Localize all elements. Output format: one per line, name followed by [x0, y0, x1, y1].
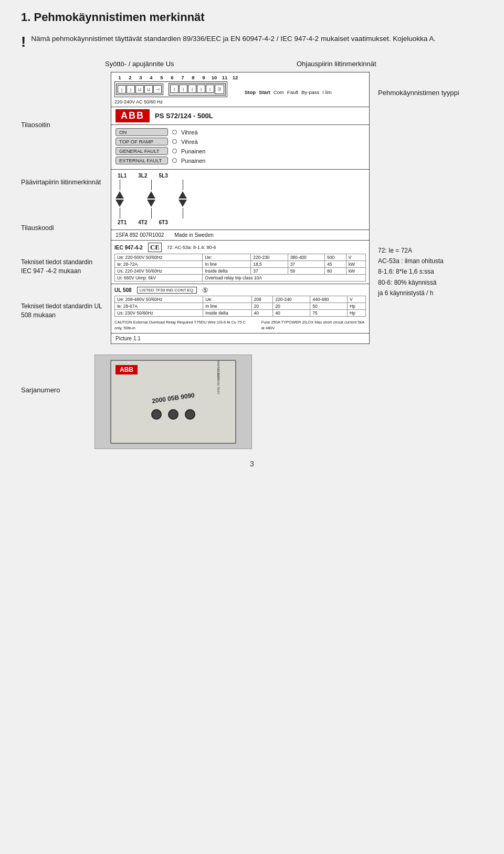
sarjanumero-label: Sarjanumero: [21, 355, 84, 394]
term-num-12: 12: [230, 75, 240, 80]
terminal-3: ⊔: [135, 85, 144, 93]
ul-table: Ue: 208-480V 50/60Hz Ue: 208 220-240 440…: [114, 296, 366, 317]
terminal-4: ⊔: [144, 85, 153, 93]
iec-row-4: Ui: 660V Uimp: 6kV Overload relay trip c…: [115, 275, 366, 282]
tilauskoodi-value: 1SFA 892 007R1002: [116, 232, 164, 238]
gf-color: Punainen: [181, 148, 206, 154]
fault-label: Fault: [287, 89, 298, 95]
paavirtapiirin-label: Päävirtapiirin liitinmerkinnät: [21, 178, 102, 188]
term-num-7: 7: [177, 75, 188, 80]
ul-rating: LISTED 7F39 IND.CONT.EQ.: [137, 287, 197, 294]
iec-table: Ue: 220-500V 50/60Hz Ue: 220-230 380-400…: [114, 254, 366, 282]
tilauskoodi-label: Tilauskoodi: [21, 223, 102, 233]
tilauskoodi-row: 1SFA 892 007R1002 Made in Sweden: [111, 230, 369, 241]
tech-note-label: 72: Ie = 72A AC-53a : ilman ohitusta 8-1…: [378, 245, 483, 299]
ul-symbol: ⑤: [202, 286, 208, 294]
warning-box: ! Nämä pehmokäynnistimet täyttävät stand…: [21, 34, 483, 49]
status-on-row: ON Vihreä: [116, 128, 206, 136]
term-num-3: 3: [135, 75, 146, 80]
abb-header-row: ABB PS S72/124 - 500L: [111, 107, 369, 125]
tor-button: TOP OF RAMP: [116, 138, 168, 145]
iec-row-2: Ie: 28-72A In line 18,5 37 45 kW: [115, 261, 366, 268]
warning-text: Nämä pehmokäynnistimet täyttävät standar…: [31, 34, 436, 44]
left-labels-column: Tilaosoitin Päävirtapiirin liitinmerkinn…: [21, 72, 102, 319]
ef-indicator: [172, 158, 177, 163]
term-num-10: 10: [209, 75, 219, 80]
terminal-row: 1 2 3 4 5 6 7 8 9 10 11 12: [111, 72, 369, 107]
iec-row-3: Us: 220-240V 50/60Hz Inside delta 37 59 …: [115, 268, 366, 275]
gf-indicator: [172, 149, 177, 153]
power-nums-bottom: 2T14T26T3: [116, 220, 168, 225]
start-label: Start: [259, 89, 270, 95]
terminal-8: |: [179, 85, 187, 93]
phase-2-symbol: [147, 180, 155, 218]
knob-3: [185, 409, 195, 420]
tor-indicator: [172, 139, 177, 144]
ce-mark: CE: [148, 243, 162, 252]
picture-label: Picture 1.1: [111, 334, 369, 343]
iec-row-1: Ue: 220-500V 50/60Hz Ue: 220-230 380-400…: [115, 254, 366, 261]
ul-data-section: UL 508 LISTED 7F39 IND.CONT.EQ. ⑤ Ue: 20…: [111, 284, 369, 334]
made-in: Made in Sweden: [174, 232, 214, 238]
term-num-8: 8: [188, 75, 198, 80]
status-gf-row: GENERAL FAULT Punainen: [116, 147, 206, 155]
iec-standard: IEC 947-4-2: [114, 245, 143, 251]
tekniset1-label: Tekniset tiedot standardin IEC 947 -4-2 …: [21, 258, 102, 276]
side-label-2: FUNCTION TEST: [217, 369, 220, 394]
power-symbols: [116, 180, 187, 218]
terminal-7: |: [170, 85, 178, 93]
bypass-label: By-pass: [301, 89, 319, 95]
on-button: ON: [116, 128, 168, 136]
device-photo: ABB 2000 05B 9090 INSPECTION FUNCTION TE…: [94, 355, 252, 449]
ilim-label: I lim: [322, 89, 331, 95]
term-num-11: 11: [219, 75, 230, 80]
main-diagram: 1 2 3 4 5 6 7 8 9 10 11 12: [111, 72, 370, 344]
phase-3-symbol: [178, 180, 187, 218]
page-number: 3: [21, 460, 483, 468]
stop-label: Stop: [245, 89, 256, 95]
fuse-text: Fuse 250A TYPOWER ZILOX Max short circui…: [261, 320, 366, 331]
caution-text: CAUTION External Overload Relay Required…: [114, 320, 251, 331]
com-label: Com: [274, 89, 284, 95]
ul-standard: UL 508: [114, 287, 132, 293]
model-text: PS S72/124 - 500L: [155, 112, 213, 120]
voltage-label: 220-240V AC 50/60 Hz: [114, 99, 163, 105]
terminal-11: |: [206, 85, 214, 93]
device-abb-label: ABB: [116, 365, 138, 374]
ohjaus-label: Ohjauspiirin liitinmerkinnät: [297, 60, 376, 68]
tor-color: Vihreä: [181, 139, 198, 145]
phase-1-symbol: [116, 180, 124, 218]
status-tor-row: TOP OF RAMP Vihreä: [116, 138, 206, 145]
terminal-2: |: [127, 85, 135, 93]
abb-logo: ABB: [116, 109, 150, 122]
tekniset2-label: Tekniset tiedot standardin UL 508 mukaan: [21, 302, 102, 320]
terminal-10: |: [197, 85, 205, 93]
ef-color: Punainen: [181, 158, 206, 164]
ul-row-2: Ie: 28-67A In line 20 20 50 Hp: [115, 303, 366, 310]
gf-button: GENERAL FAULT: [116, 147, 168, 155]
on-indicator: [172, 130, 177, 134]
terminal-1: |: [118, 85, 126, 93]
syotto-label: Syöttö- / apujännite Us: [105, 60, 174, 68]
right-labels: Pehmokäynnistimen tyyppi 72: Ie = 72A AC…: [378, 72, 483, 298]
bottom-area: Sarjanumero ABB 2000 05B 9090 INSPECTION…: [21, 355, 483, 449]
tilaosoitin-label: Tilaosoitin: [21, 120, 102, 130]
term-num-9: 9: [198, 75, 209, 80]
ul-row-1: Ue: 208-480V 50/60Hz Ue: 208 220-240 440…: [115, 296, 366, 303]
knob-1: [151, 409, 162, 420]
status-ef-row: EXTERNAL FAULT Punainen: [116, 157, 206, 164]
status-indicators-row: ON Vihreä TOP OF RAMP Vihreä GENERAL: [111, 125, 369, 170]
term-num-2: 2: [125, 75, 135, 80]
ef-button: EXTERNAL FAULT: [116, 157, 168, 164]
term-num-1: 1: [114, 75, 125, 80]
warning-icon: !: [21, 35, 26, 49]
terminal-5: ⊣: [153, 85, 162, 93]
iec-data-section: IEC 947-4-2 CE 72: AC-53a: 8-1.6: 80-6 U…: [111, 241, 369, 284]
iec-rating: 72: AC-53a: 8-1.6: 80-6: [167, 245, 216, 250]
on-color: Vihreä: [181, 129, 198, 136]
pehmokaynnistimen-tyyppi-label: Pehmokäynnistimen tyyppi: [378, 88, 483, 98]
power-terminals-section: 1L13L25L3: [111, 170, 369, 230]
ul-row-3: Us: 230V 50/60Hz Inside delta 40 40 75 H…: [115, 310, 366, 317]
page-title: 1. Pehmokäynnistimen merkinnät: [21, 11, 483, 24]
knob-2: [168, 409, 178, 420]
